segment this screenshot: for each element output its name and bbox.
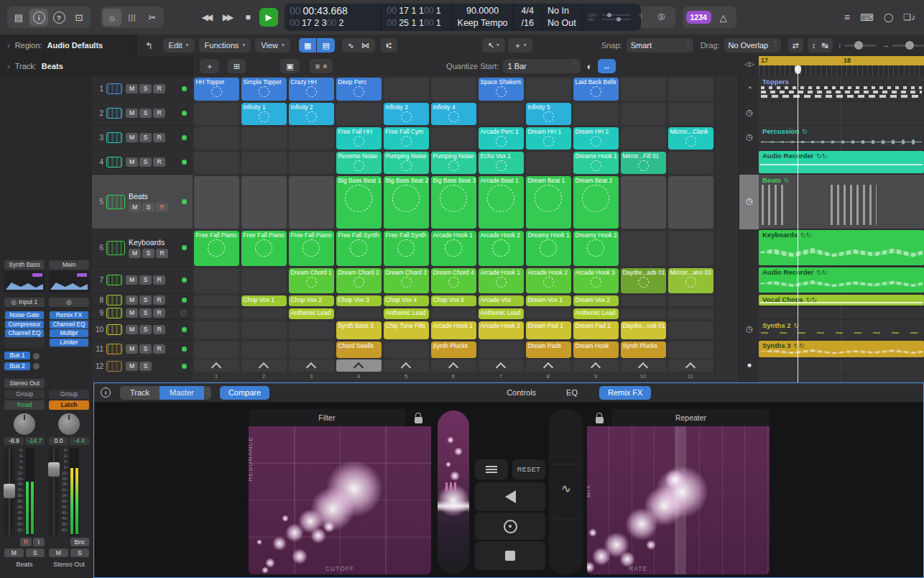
insert-slot[interactable]: Channel EQ [5,329,44,337]
solo-button[interactable]: S [139,84,152,93]
empty-cell[interactable] [526,78,571,101]
input-monitor-dot[interactable] [182,245,187,250]
scene-trigger-3[interactable] [289,359,334,372]
metronome-icon[interactable]: △ [714,9,733,26]
empty-cell[interactable] [526,152,571,174]
row-play-progress-icon[interactable]: ◔ [739,83,759,92]
volume-value[interactable]: -8.9 [4,437,24,445]
empty-cell[interactable] [431,127,476,150]
loop-cell[interactable]: Chord Swells [336,341,382,358]
loop-cell[interactable]: Deep Perc [336,78,382,101]
loop-cell[interactable]: Synth Plucks [621,341,666,358]
track-lane-audio-recorder[interactable]: Audio Recorder↻↻ [759,150,924,175]
loop-cell[interactable]: Free Fall Synth [384,231,429,266]
count-in-badge[interactable]: 1234 [686,11,711,24]
insert-slot[interactable]: Remix FX [50,311,88,319]
track-header-8[interactable]: 8MSR [92,294,193,307]
empty-cell[interactable] [241,308,287,319]
info-icon[interactable]: i [98,386,113,399]
loop-cell[interactable]: Dreams Hook 1 [573,152,619,174]
empty-cell[interactable] [241,321,287,339]
loop-cell[interactable]: Synth Plucks [431,341,476,358]
grid-edit-mode-button[interactable]: ≡R [310,59,333,73]
master-segment[interactable]: Master [160,386,204,400]
loop-cell[interactable]: Free Fall Synth [336,231,382,266]
track-header-config-button[interactable]: ▣ [280,59,299,73]
loop-cell[interactable]: Arcade Beat 1 [479,176,524,229]
loop-cell[interactable]: Chip Tune Fills [384,321,429,339]
loop-cell[interactable]: Anthemic Lead [289,308,334,319]
pointer-tool-selector[interactable]: ↖▾ [482,38,505,52]
empty-cell[interactable] [384,341,429,358]
loop-cell[interactable]: Dream Pad 1 [526,321,571,339]
loop-cell[interactable]: Dream Beat 2 [573,176,619,229]
empty-cell[interactable] [194,268,239,293]
empty-cell[interactable] [336,308,382,319]
empty-cell[interactable] [668,152,713,174]
loop-cell[interactable]: Pumping Noise [384,152,429,174]
loop-cell[interactable]: Dream Chord 2 [336,268,382,293]
loop-cell[interactable]: Arcade Hook 1 [431,321,476,339]
solo-button[interactable]: S [139,344,152,354]
tab-eq[interactable]: EQ [558,386,586,400]
loop-cell[interactable]: Laid Back Bells [573,78,619,101]
input-monitor-dot[interactable] [182,160,187,165]
loop-cell[interactable]: Infinity 3 [384,103,429,125]
loop-cell[interactable]: Big Bass Beat 1 [336,176,382,229]
record-enable-button[interactable]: R [153,325,165,334]
scene-trigger-1[interactable] [194,359,239,372]
mute-button[interactable]: M [126,362,138,371]
master-stepper[interactable]: ˆˇ [204,386,211,400]
empty-cell[interactable] [241,176,287,229]
scene-trigger-10[interactable] [621,359,666,372]
solo-off-icon[interactable]: Ⓢ [652,9,671,26]
loop-cell[interactable]: Dream Pads [526,341,571,358]
stop-button[interactable]: ■ [239,8,257,27]
zoom-vertical-icon[interactable]: ↕ [812,41,816,50]
empty-cell[interactable] [241,268,287,293]
scene-trigger-6[interactable] [431,359,476,372]
input-monitor-dot[interactable] [182,327,187,332]
insert-slot[interactable]: Limiter [50,339,88,347]
mute-button[interactable]: M [129,249,141,258]
record-enable-button[interactable]: R [153,84,165,93]
loop-cell[interactable]: Big Bass Beat 3 [431,176,476,229]
loop-cell[interactable]: Free Fall HH [336,127,382,150]
fader-handle[interactable] [4,484,15,498]
pan-knob[interactable] [14,413,35,435]
loop-cell[interactable]: Chop Vox 1 [241,295,287,306]
mute-button[interactable]: M [4,549,24,557]
peak-value[interactable]: -4.4 [70,437,89,445]
track-header-1[interactable]: 1MSR [92,76,193,101]
grid-view-button[interactable]: ▦ [299,38,316,52]
track-header-2[interactable]: 2MSR [92,101,193,126]
track-header-6[interactable]: 6KeyboardsMSR [92,229,193,267]
input-monitor-dot[interactable] [182,86,187,91]
send-knob[interactable] [33,363,40,370]
empty-cell[interactable] [621,176,666,229]
cut-icon[interactable]: ✂ [143,9,162,26]
empty-cell[interactable] [621,295,666,306]
mute-button[interactable]: M [129,203,141,212]
tracks-view-button[interactable]: ▤ [317,38,334,52]
track-header-9[interactable]: 9MSR [92,307,193,320]
solo-button[interactable]: S [139,362,152,371]
loop-cell[interactable]: Free Fall Cym [384,127,429,150]
loop-cell[interactable]: Mirror...Fill 01 [621,152,666,174]
loop-cell[interactable]: Free Fall Piano [194,231,239,266]
h-zoom-slider[interactable]: ↔ [883,42,924,49]
empty-cell[interactable] [479,103,524,125]
split-tool-icon[interactable]: ⑆ [381,38,397,52]
mute-button[interactable]: M [126,308,138,318]
loop-cell[interactable]: Daydre...ook 01 [621,321,666,339]
scene-trigger-4[interactable] [336,359,382,372]
reset-button[interactable]: RESET [512,459,545,480]
record-enable-button[interactable]: R [156,249,168,258]
solo-button[interactable]: S [142,249,154,258]
send-slot[interactable]: Bus 1 [4,352,30,359]
empty-cell[interactable] [289,176,334,229]
repeater-xy-pad[interactable]: MIXRATE [587,426,770,574]
empty-cell[interactable] [479,341,524,358]
loop-cell[interactable]: Infinity 1 [241,103,287,125]
cycle-range-bar[interactable]: 1718 [759,56,924,65]
